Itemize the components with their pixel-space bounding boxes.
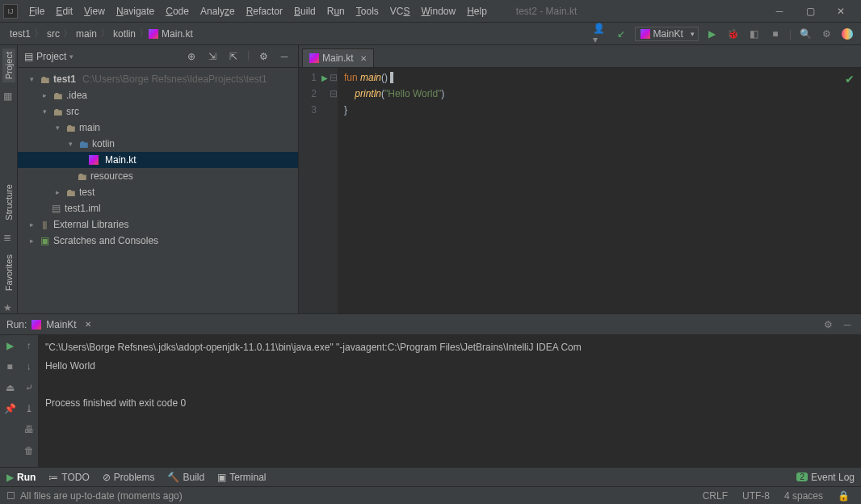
down-trace-icon[interactable]: ↓ (22, 359, 36, 374)
status-indent[interactable]: 4 spaces (779, 490, 828, 502)
menu-file[interactable]: File (24, 4, 49, 19)
exit-icon[interactable]: ⏏ (2, 380, 17, 395)
minimize-icon[interactable]: ─ (772, 4, 787, 19)
run-icon[interactable]: ▶ (705, 27, 720, 41)
ide-icon[interactable] (840, 27, 855, 41)
editor-area: Main.kt ✕ ▶ ⊟⊟ 1 2 3 fun main() { printl… (299, 45, 861, 313)
menu-window[interactable]: Window (416, 4, 460, 19)
svg-point-0 (842, 28, 853, 40)
menu-code[interactable]: Code (161, 4, 194, 19)
locate-icon[interactable]: ⊕ (184, 49, 199, 64)
pin-icon[interactable]: 📌 (2, 401, 17, 416)
menu-help[interactable]: Help (462, 4, 492, 19)
panel-hide-icon[interactable]: ─ (277, 49, 292, 64)
tab-favorites[interactable]: Favorites (2, 251, 15, 294)
tree-root[interactable]: ▾test1C:\Users\Borge Refsnes\IdeaProject… (18, 71, 298, 87)
tree-resources[interactable]: resources (18, 168, 298, 184)
soft-wrap-icon[interactable]: ⤶ (22, 380, 36, 395)
stop-run-icon[interactable]: ■ (2, 359, 17, 374)
btab-problems[interactable]: ⊘Problems (103, 472, 155, 483)
run-panel-config[interactable]: MainKt (46, 319, 76, 330)
tree-iml[interactable]: test1.iml (18, 200, 298, 216)
btab-build[interactable]: 🔨Build (167, 472, 204, 483)
run-config-selector[interactable]: MainKt (635, 27, 699, 41)
expand-all-icon[interactable]: ⇲ (205, 49, 220, 64)
coverage-icon[interactable]: ◧ (747, 27, 762, 41)
search-icon[interactable]: 🔍 (798, 27, 813, 41)
btab-event-log[interactable]: 2Event Log (796, 472, 855, 483)
run-gutter-icon[interactable]: ▶ (321, 70, 328, 86)
tree-external-libs[interactable]: ▸External Libraries (18, 216, 298, 233)
collapse-all-icon[interactable]: ⇱ (226, 49, 241, 64)
tree-test[interactable]: ▸test (18, 184, 298, 200)
btab-run[interactable]: ▶Run (6, 472, 36, 483)
menu-vcs[interactable]: VCS (385, 4, 415, 19)
up-trace-icon[interactable]: ↑ (22, 338, 36, 353)
breadcrumb-kotlin[interactable]: kotlin (110, 28, 139, 40)
run-panel-label: Run: (6, 319, 27, 330)
kotlin-file-icon (89, 155, 99, 165)
scroll-end-icon[interactable]: ⤓ (22, 401, 36, 416)
maximize-icon[interactable]: ▢ (803, 4, 817, 19)
panel-settings-icon[interactable]: ⚙ (256, 49, 271, 64)
tree-idea[interactable]: ▸.idea (18, 87, 298, 103)
tab-structure[interactable]: Structure (2, 181, 15, 224)
editor-gutter[interactable]: ▶ ⊟⊟ 1 2 3 (299, 68, 338, 313)
breadcrumb-root[interactable]: test1 (6, 28, 34, 40)
breadcrumb-file[interactable]: Main.kt (158, 28, 196, 40)
debug-icon[interactable]: 🐞 (726, 27, 741, 41)
app-logo-icon: IJ (3, 4, 18, 19)
structure-tool-icon[interactable]: ≣ (3, 232, 15, 243)
window-title: test2 - Main.kt (492, 6, 772, 17)
menu-tools[interactable]: Tools (351, 4, 384, 19)
settings-icon[interactable]: ⚙ (819, 27, 834, 41)
tree-mainkt[interactable]: Main.kt (18, 152, 298, 168)
build-icon[interactable]: ↙ (614, 27, 628, 41)
breadcrumb-src[interactable]: src (44, 28, 63, 40)
status-bar: ☐ All files are up-to-date (moments ago)… (0, 486, 861, 504)
run-hide-icon[interactable]: ─ (840, 317, 855, 332)
editor-tab-mainkt[interactable]: Main.kt ✕ (302, 48, 374, 67)
stop-icon[interactable]: ■ (768, 27, 783, 41)
project-panel-title[interactable]: Project (36, 51, 66, 62)
code-content[interactable]: fun main() { println("Hello World") } (338, 68, 861, 313)
btab-todo[interactable]: ≔TODO (48, 472, 89, 483)
console-output[interactable]: "C:\Users\Borge Refsnes\.jdks\adopt-open… (39, 335, 861, 467)
status-sync-icon[interactable]: ☐ (6, 490, 15, 502)
rerun-icon[interactable]: ▶ (2, 338, 17, 353)
main-menu: File Edit View Navigate Code Analyze Ref… (24, 4, 492, 19)
inspection-ok-icon[interactable]: ✔ (845, 71, 855, 87)
tree-scratches[interactable]: ▸Scratches and Consoles (18, 233, 298, 249)
project-tool-icon[interactable]: ▦ (3, 90, 15, 102)
menu-navigate[interactable]: Navigate (111, 4, 159, 19)
breadcrumb-main[interactable]: main (73, 28, 100, 40)
tab-close-icon[interactable]: ✕ (360, 54, 367, 63)
menu-analyze[interactable]: Analyze (195, 4, 240, 19)
tree-kotlin[interactable]: ▾kotlin (18, 136, 298, 152)
print-icon[interactable]: 🖶 (22, 422, 36, 437)
kotlin-file-icon (149, 29, 158, 39)
menu-build[interactable]: Build (289, 4, 321, 19)
project-tool-window: ▤ Project ▾ ⊕ ⇲ ⇱ | ⚙ ─ ▾test1C:\Users\B… (18, 45, 299, 313)
status-lock-icon[interactable]: 🔒 (833, 490, 855, 502)
menu-edit[interactable]: Edit (51, 4, 78, 19)
tree-src[interactable]: ▾src (18, 103, 298, 120)
kotlin-config-icon (640, 29, 650, 39)
favorites-tool-icon[interactable]: ★ (3, 302, 15, 313)
clear-icon[interactable]: 🗑 (22, 443, 36, 458)
menu-refactor[interactable]: Refactor (242, 4, 288, 19)
close-icon[interactable]: ✕ (834, 4, 848, 19)
user-icon[interactable]: 👤▾ (593, 27, 607, 41)
bottom-tool-tabs: ▶Run ≔TODO ⊘Problems 🔨Build ▣Terminal 2E… (0, 467, 861, 486)
run-tab-close-icon[interactable]: ✕ (85, 320, 91, 329)
menu-view[interactable]: View (79, 4, 110, 19)
code-editor[interactable]: ▶ ⊟⊟ 1 2 3 fun main() { println("Hello W… (299, 68, 861, 313)
tab-project[interactable]: Project (2, 48, 15, 82)
menu-run[interactable]: Run (322, 4, 350, 19)
btab-terminal[interactable]: ▣Terminal (217, 472, 266, 483)
run-settings-icon[interactable]: ⚙ (821, 317, 835, 332)
tree-main[interactable]: ▾main (18, 120, 298, 136)
run-tool-window: Run: MainKt ✕ ⚙ ─ ▶ ■ ⏏ 📌 ↑ ↓ ⤶ ⤓ 🖶 🗑 "C… (0, 313, 861, 467)
status-encoding[interactable]: UTF-8 (737, 490, 775, 502)
status-line-sep[interactable]: CRLF (698, 490, 733, 502)
